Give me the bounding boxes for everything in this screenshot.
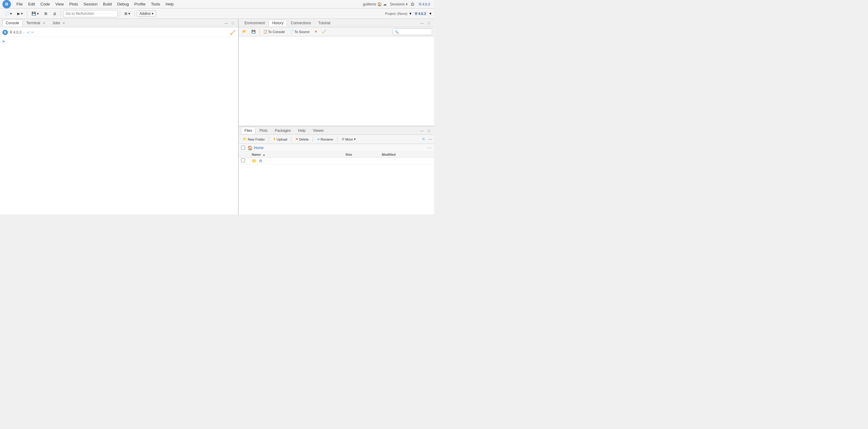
sessions-button[interactable]: Sessions ▾ [390, 2, 407, 6]
table-row: 📁 R [239, 158, 434, 165]
menu-code[interactable]: Code [38, 1, 52, 7]
upload-button[interactable]: ⬆ Upload [271, 136, 289, 142]
save-dropdown[interactable]: ▾ [37, 11, 39, 16]
addins-button[interactable]: Addins ▾ [137, 10, 156, 16]
refresh-button[interactable]: ↻ [420, 136, 427, 142]
power-icon[interactable]: ⏻ [411, 2, 414, 6]
tab-jobs[interactable]: Jobs ✕ [49, 20, 68, 26]
run-source-dropdown[interactable]: ▾ [21, 11, 23, 16]
menu-session[interactable]: Session [81, 1, 100, 7]
to-source-button[interactable]: 📄 To Source [288, 29, 311, 34]
file-link[interactable]: R [259, 159, 262, 163]
menu-plots[interactable]: Plots [67, 1, 81, 7]
tab-files[interactable]: Files [241, 127, 255, 134]
menu-edit[interactable]: Edit [26, 1, 37, 7]
tab-connections[interactable]: Connections [287, 20, 314, 26]
tab-history[interactable]: History [269, 20, 287, 26]
home-icon: 🏠 [377, 2, 382, 6]
delete-icon: ✕ [296, 137, 298, 141]
col-checkbox [239, 152, 249, 158]
minimize-right-bottom-button[interactable]: — [420, 128, 425, 133]
close-terminal-button[interactable]: ✕ [43, 22, 45, 25]
more-dropdown-icon: ▾ [354, 137, 356, 141]
main-toolbar: 📄 ▾ ▶ ▾ 💾 ▾ ⊞ 🖨 ⊞ ▾ Addins ▾ Project: (N… [0, 8, 434, 19]
menu-build[interactable]: Build [101, 1, 114, 7]
console-clear-button[interactable]: 🧹 [229, 30, 236, 35]
workspace-dropdown[interactable]: ▾ [128, 11, 130, 16]
to-console-button[interactable]: 📋 To Console [261, 29, 287, 34]
rename-button[interactable]: ➜ Rename [315, 136, 335, 142]
project-label[interactable]: Project: (None) [385, 12, 408, 15]
save-button[interactable]: 💾 ▾ [29, 10, 41, 16]
right-bottom-tabs: Files Plots Packages Help Viewer — □ [239, 126, 434, 135]
run-source-button[interactable]: ▶ ▾ [15, 10, 25, 16]
workspace-button[interactable]: ⊞ ▾ [122, 10, 132, 16]
maximize-left-button[interactable]: □ [230, 20, 236, 26]
toolbar-sep-2 [61, 10, 61, 16]
col-size-header[interactable]: Size [343, 152, 379, 158]
delete-label: Delete [299, 137, 309, 141]
col-modified-header[interactable]: Modified [379, 152, 434, 158]
new-file-button[interactable]: 📄 ▾ [2, 10, 14, 16]
close-jobs-button[interactable]: ✕ [62, 22, 65, 25]
files-table: Name ▲ Size Modified [239, 152, 434, 165]
row-checkbox[interactable] [241, 159, 245, 162]
rename-icon: ➜ [317, 137, 320, 141]
col-name-header[interactable]: Name ▲ [249, 152, 343, 158]
menubar: R File Edit Code View Plots Session Buil… [0, 0, 434, 8]
tab-terminal[interactable]: Terminal ✕ [23, 20, 49, 26]
tab-tutorial[interactable]: Tutorial [315, 20, 334, 26]
save-all-button[interactable]: ⊞ [42, 10, 50, 16]
minimize-left-button[interactable]: — [223, 20, 229, 26]
history-remove-button[interactable]: ✕ [313, 29, 319, 34]
menu-items: File Edit Code View Plots Session Build … [14, 1, 363, 7]
tab-viewer[interactable]: Viewer [309, 127, 327, 134]
new-file-dropdown[interactable]: ▾ [10, 11, 12, 16]
breadcrumb-home-icon: 🏠 [247, 145, 253, 150]
new-folder-button[interactable]: 📁 New Folder [241, 136, 267, 142]
print-button[interactable]: 🖨 [51, 10, 59, 16]
tab-environment[interactable]: Environment [241, 20, 268, 26]
to-console-label: To Console [268, 30, 285, 34]
left-panel: Console Terminal ✕ Jobs ✕ — □ R R 4.0.3 … [0, 19, 239, 214]
maximize-right-bottom-button[interactable]: □ [426, 128, 432, 133]
files-toolbar: 📁 New Folder ⬆ Upload ✕ Delete ➜ Rename [239, 135, 434, 144]
more-button[interactable]: ⚙ More ▾ [339, 136, 358, 142]
tab-packages[interactable]: Packages [272, 127, 294, 134]
menu-debug[interactable]: Debug [115, 1, 131, 7]
maximize-right-top-button[interactable]: □ [426, 20, 432, 26]
files-sep-2 [291, 137, 291, 142]
tab-plots[interactable]: Plots [256, 127, 271, 134]
files-right-controls: ↻ ⋯ [420, 136, 432, 142]
history-search-wrapper: 🔍 [393, 29, 432, 35]
history-search-input[interactable] [393, 29, 432, 35]
tab-console[interactable]: Console [2, 20, 23, 26]
menu-help[interactable]: Help [163, 1, 176, 7]
goto-input[interactable] [63, 10, 118, 17]
history-broom-button[interactable]: 🧹 [320, 29, 328, 34]
tab-help[interactable]: Help [295, 127, 309, 134]
history-load-icon: 📂 [242, 30, 247, 34]
console-path[interactable]: ~/ [26, 30, 29, 35]
select-all-checkbox[interactable] [241, 146, 245, 150]
minimize-right-top-button[interactable]: — [420, 20, 425, 26]
history-remove-icon: ✕ [314, 30, 317, 34]
menu-file[interactable]: File [14, 1, 25, 7]
toolbar-sep-4 [134, 10, 135, 16]
history-load-button[interactable]: 📂 [241, 29, 248, 34]
delete-button[interactable]: ✕ Delete [293, 136, 311, 142]
row-modified-cell [379, 158, 434, 165]
breadcrumb-more-button[interactable]: ⋯ [427, 145, 432, 151]
menu-tools[interactable]: Tools [149, 1, 162, 7]
history-content [239, 36, 434, 126]
history-save-button[interactable]: 💾 [250, 29, 257, 34]
menu-view[interactable]: View [53, 1, 66, 7]
save-all-icon: ⊞ [44, 11, 47, 16]
addins-dropdown-icon: ▾ [152, 11, 153, 16]
history-save-icon: 💾 [251, 30, 256, 34]
row-size-cell [343, 158, 379, 165]
breadcrumb-home-link[interactable]: Home [254, 146, 264, 150]
console-edit-icon[interactable]: ✏ [31, 30, 34, 35]
menu-profile[interactable]: Profile [132, 1, 148, 7]
more-dots-button[interactable]: ⋯ [428, 137, 432, 141]
